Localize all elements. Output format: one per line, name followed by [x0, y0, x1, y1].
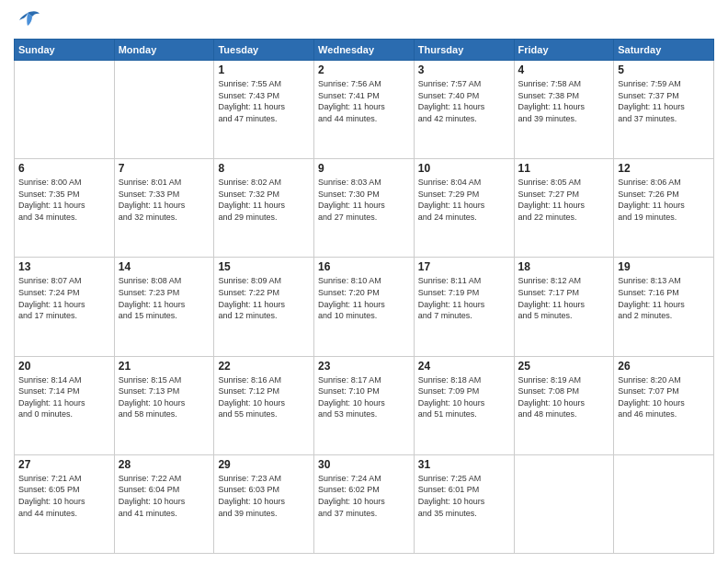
- day-info: Sunrise: 8:20 AM Sunset: 7:07 PM Dayligh…: [618, 374, 710, 420]
- day-number: 25: [518, 360, 610, 373]
- day-info: Sunrise: 7:58 AM Sunset: 7:38 PM Dayligh…: [518, 78, 610, 124]
- weekday-header-tuesday: Tuesday: [214, 40, 314, 61]
- day-info: Sunrise: 8:07 AM Sunset: 7:24 PM Dayligh…: [18, 275, 110, 321]
- calendar-cell: 14Sunrise: 8:08 AM Sunset: 7:23 PM Dayli…: [114, 258, 214, 356]
- weekday-header-row: SundayMondayTuesdayWednesdayThursdayFrid…: [15, 40, 714, 61]
- calendar-cell: 7Sunrise: 8:01 AM Sunset: 7:33 PM Daylig…: [114, 159, 214, 258]
- calendar-cell: 13Sunrise: 8:07 AM Sunset: 7:24 PM Dayli…: [15, 258, 115, 356]
- day-info: Sunrise: 8:09 AM Sunset: 7:22 PM Dayligh…: [218, 275, 310, 321]
- page: SundayMondayTuesdayWednesdayThursdayFrid…: [0, 0, 728, 563]
- day-info: Sunrise: 8:00 AM Sunset: 7:35 PM Dayligh…: [18, 177, 110, 223]
- calendar-cell: 11Sunrise: 8:05 AM Sunset: 7:27 PM Dayli…: [514, 159, 614, 258]
- day-info: Sunrise: 8:02 AM Sunset: 7:32 PM Dayligh…: [218, 177, 310, 223]
- day-number: 31: [418, 458, 510, 471]
- calendar-cell: 6Sunrise: 8:00 AM Sunset: 7:35 PM Daylig…: [15, 159, 115, 258]
- day-number: 30: [318, 458, 410, 471]
- day-info: Sunrise: 7:57 AM Sunset: 7:40 PM Dayligh…: [418, 78, 510, 124]
- day-number: 15: [218, 260, 310, 273]
- day-info: Sunrise: 8:01 AM Sunset: 7:33 PM Dayligh…: [119, 177, 210, 223]
- calendar-cell: 30Sunrise: 7:24 AM Sunset: 6:02 PM Dayli…: [314, 454, 415, 553]
- day-number: 1: [218, 63, 310, 76]
- day-info: Sunrise: 8:06 AM Sunset: 7:26 PM Dayligh…: [618, 177, 710, 223]
- calendar-cell: 31Sunrise: 7:25 AM Sunset: 6:01 PM Dayli…: [414, 454, 514, 553]
- day-info: Sunrise: 8:16 AM Sunset: 7:12 PM Dayligh…: [218, 374, 310, 420]
- week-row-5: 27Sunrise: 7:21 AM Sunset: 6:05 PM Dayli…: [15, 454, 714, 553]
- day-info: Sunrise: 7:24 AM Sunset: 6:02 PM Dayligh…: [318, 473, 410, 519]
- calendar-cell: 16Sunrise: 8:10 AM Sunset: 7:20 PM Dayli…: [314, 258, 415, 356]
- calendar-cell: 23Sunrise: 8:17 AM Sunset: 7:10 PM Dayli…: [314, 356, 415, 454]
- day-number: 13: [18, 260, 110, 273]
- day-number: 10: [418, 162, 510, 175]
- day-number: 26: [618, 360, 710, 373]
- weekday-header-friday: Friday: [514, 40, 614, 61]
- calendar-cell: 12Sunrise: 8:06 AM Sunset: 7:26 PM Dayli…: [614, 159, 714, 258]
- week-row-1: 1Sunrise: 7:55 AM Sunset: 7:43 PM Daylig…: [15, 61, 714, 159]
- day-info: Sunrise: 8:11 AM Sunset: 7:19 PM Dayligh…: [418, 275, 510, 321]
- logo-icon: [14, 9, 41, 31]
- calendar-cell: 19Sunrise: 8:13 AM Sunset: 7:16 PM Dayli…: [614, 258, 714, 356]
- week-row-3: 13Sunrise: 8:07 AM Sunset: 7:24 PM Dayli…: [15, 258, 714, 356]
- day-number: 2: [318, 63, 410, 76]
- day-number: 7: [119, 162, 210, 175]
- day-number: 28: [119, 458, 210, 471]
- day-number: 21: [119, 360, 210, 373]
- day-info: Sunrise: 8:05 AM Sunset: 7:27 PM Dayligh…: [518, 177, 610, 223]
- day-info: Sunrise: 8:03 AM Sunset: 7:30 PM Dayligh…: [318, 177, 410, 223]
- day-info: Sunrise: 8:12 AM Sunset: 7:17 PM Dayligh…: [518, 275, 610, 321]
- calendar-cell: 25Sunrise: 8:19 AM Sunset: 7:08 PM Dayli…: [514, 356, 614, 454]
- weekday-header-saturday: Saturday: [614, 40, 714, 61]
- week-row-2: 6Sunrise: 8:00 AM Sunset: 7:35 PM Daylig…: [15, 159, 714, 258]
- day-number: 17: [418, 260, 510, 273]
- calendar-cell: 1Sunrise: 7:55 AM Sunset: 7:43 PM Daylig…: [214, 61, 314, 159]
- calendar-cell: 28Sunrise: 7:22 AM Sunset: 6:04 PM Dayli…: [114, 454, 214, 553]
- day-number: 27: [18, 458, 110, 471]
- day-number: 18: [518, 260, 610, 273]
- calendar-table: SundayMondayTuesdayWednesdayThursdayFrid…: [14, 39, 714, 554]
- calendar-cell: 2Sunrise: 7:56 AM Sunset: 7:41 PM Daylig…: [314, 61, 415, 159]
- day-number: 23: [318, 360, 410, 373]
- week-row-4: 20Sunrise: 8:14 AM Sunset: 7:14 PM Dayli…: [15, 356, 714, 454]
- calendar-cell: 10Sunrise: 8:04 AM Sunset: 7:29 PM Dayli…: [414, 159, 514, 258]
- day-number: 11: [518, 162, 610, 175]
- day-number: 6: [18, 162, 110, 175]
- calendar-cell: [514, 454, 614, 553]
- day-info: Sunrise: 8:04 AM Sunset: 7:29 PM Dayligh…: [418, 177, 510, 223]
- day-info: Sunrise: 8:08 AM Sunset: 7:23 PM Dayligh…: [119, 275, 210, 321]
- calendar-cell: 8Sunrise: 8:02 AM Sunset: 7:32 PM Daylig…: [214, 159, 314, 258]
- day-info: Sunrise: 7:21 AM Sunset: 6:05 PM Dayligh…: [18, 473, 110, 519]
- calendar-cell: 29Sunrise: 7:23 AM Sunset: 6:03 PM Dayli…: [214, 454, 314, 553]
- day-info: Sunrise: 7:55 AM Sunset: 7:43 PM Dayligh…: [218, 78, 310, 124]
- calendar-cell: 24Sunrise: 8:18 AM Sunset: 7:09 PM Dayli…: [414, 356, 514, 454]
- weekday-header-monday: Monday: [114, 40, 214, 61]
- day-number: 24: [418, 360, 510, 373]
- weekday-header-thursday: Thursday: [414, 40, 514, 61]
- calendar-cell: 4Sunrise: 7:58 AM Sunset: 7:38 PM Daylig…: [514, 61, 614, 159]
- calendar-cell: 21Sunrise: 8:15 AM Sunset: 7:13 PM Dayli…: [114, 356, 214, 454]
- day-number: 19: [618, 260, 710, 273]
- logo: [14, 9, 45, 31]
- calendar-cell: 26Sunrise: 8:20 AM Sunset: 7:07 PM Dayli…: [614, 356, 714, 454]
- calendar-cell: 27Sunrise: 7:21 AM Sunset: 6:05 PM Dayli…: [15, 454, 115, 553]
- calendar-cell: 17Sunrise: 8:11 AM Sunset: 7:19 PM Dayli…: [414, 258, 514, 356]
- weekday-header-wednesday: Wednesday: [314, 40, 415, 61]
- day-number: 29: [218, 458, 310, 471]
- calendar-cell: [15, 61, 115, 159]
- day-number: 3: [418, 63, 510, 76]
- day-number: 22: [218, 360, 310, 373]
- day-number: 5: [618, 63, 710, 76]
- day-number: 9: [318, 162, 410, 175]
- weekday-header-sunday: Sunday: [15, 40, 115, 61]
- calendar-cell: [614, 454, 714, 553]
- day-number: 16: [318, 260, 410, 273]
- day-number: 14: [119, 260, 210, 273]
- day-info: Sunrise: 8:15 AM Sunset: 7:13 PM Dayligh…: [119, 374, 210, 420]
- calendar-cell: [114, 61, 214, 159]
- day-info: Sunrise: 7:25 AM Sunset: 6:01 PM Dayligh…: [418, 473, 510, 519]
- day-info: Sunrise: 7:59 AM Sunset: 7:37 PM Dayligh…: [618, 78, 710, 124]
- day-info: Sunrise: 8:14 AM Sunset: 7:14 PM Dayligh…: [18, 374, 110, 420]
- calendar-cell: 5Sunrise: 7:59 AM Sunset: 7:37 PM Daylig…: [614, 61, 714, 159]
- day-info: Sunrise: 8:18 AM Sunset: 7:09 PM Dayligh…: [418, 374, 510, 420]
- day-info: Sunrise: 8:13 AM Sunset: 7:16 PM Dayligh…: [618, 275, 710, 321]
- calendar-cell: 9Sunrise: 8:03 AM Sunset: 7:30 PM Daylig…: [314, 159, 415, 258]
- day-info: Sunrise: 8:10 AM Sunset: 7:20 PM Dayligh…: [318, 275, 410, 321]
